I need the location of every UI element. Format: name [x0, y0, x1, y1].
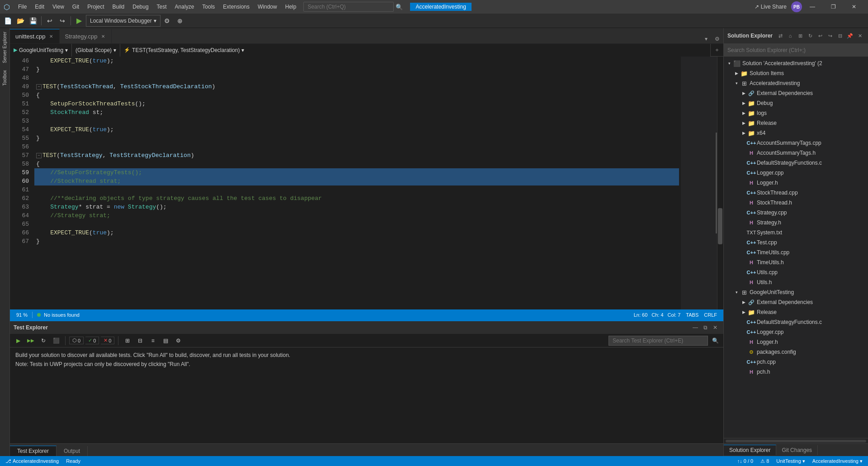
- tree-ext-deps-1[interactable]: ▶ 🔗 External Dependencies: [724, 88, 868, 98]
- tab-settings-btn[interactable]: ⚙: [712, 34, 722, 43]
- tree-release-folder-g[interactable]: ▶ 📁 Release: [724, 307, 868, 317]
- editor-scrollbar[interactable]: [717, 57, 723, 309]
- se-search-input[interactable]: [724, 44, 868, 57]
- encoding-indicator[interactable]: CRLF: [701, 312, 720, 318]
- tree-accounttags-cpp[interactable]: ▶ C++ AccountSummaryTags.cpp: [724, 138, 868, 148]
- se-home-btn[interactable]: ⌂: [786, 31, 795, 40]
- tab-unittest-close[interactable]: ✕: [48, 33, 54, 39]
- se-tab-solution-explorer[interactable]: Solution Explorer: [724, 445, 776, 455]
- project-title-btn[interactable]: AcceleratedInvesting: [410, 3, 471, 11]
- group-btn[interactable]: ⊟: [135, 335, 146, 346]
- run-all-btn[interactable]: ▶: [13, 335, 24, 346]
- tree-test-cpp[interactable]: ▶ C++ Test.cpp: [724, 238, 868, 247]
- tree-defstrat-g[interactable]: ▶ C++ DefaultStrategyFunctions.c: [724, 317, 868, 327]
- tree-accounttags-h[interactable]: ▶ H AccountSummaryTags.h: [724, 148, 868, 158]
- menu-debug[interactable]: Debug: [129, 3, 152, 11]
- status-project-name[interactable]: AcceleratedInvesting ▾: [809, 456, 866, 466]
- status-ready[interactable]: Ready: [62, 456, 84, 466]
- tree-pch-cpp[interactable]: ▶ C++ pch.cpp: [724, 357, 868, 367]
- maximize-button[interactable]: ❐: [823, 0, 844, 14]
- sort-btn[interactable]: ≡: [147, 335, 158, 346]
- live-share-button[interactable]: ↗ Live Share: [750, 3, 791, 11]
- tree-solution[interactable]: ▾ ⬛ Solution 'AcceleratedInvesting' (2: [724, 58, 868, 68]
- filter-btn[interactable]: ⊞: [122, 335, 133, 346]
- scope-dropdown-3[interactable]: ⚡ TEST(TestStrategy, TestStrategyDeclara…: [120, 44, 711, 57]
- tree-pch-h[interactable]: ▶ H pch.h: [724, 367, 868, 377]
- se-undo-btn[interactable]: ↩: [816, 31, 825, 40]
- se-pin-btn[interactable]: 📌: [845, 31, 854, 40]
- user-avatar[interactable]: PB: [791, 1, 802, 12]
- menu-view[interactable]: View: [49, 3, 68, 11]
- refresh-btn[interactable]: ↻: [38, 335, 49, 346]
- toolbox-label[interactable]: Toolbox: [1, 67, 8, 89]
- code-content[interactable]: EXPECT_TRUE(true); } − TEST(TestStockThr…: [33, 57, 681, 309]
- tree-utils-h[interactable]: ▶ H Utils.h: [724, 277, 868, 287]
- test-search-input[interactable]: [609, 336, 708, 346]
- se-redo-btn[interactable]: ↪: [826, 31, 835, 40]
- menu-window[interactable]: Window: [254, 3, 281, 11]
- server-explorer-label[interactable]: Server Explorer: [1, 28, 8, 67]
- collapse-57[interactable]: −: [36, 153, 42, 158]
- tab-list-btn[interactable]: ▾: [702, 34, 711, 43]
- collapse-49[interactable]: −: [36, 84, 42, 90]
- se-tab-git-changes[interactable]: Git Changes: [776, 445, 818, 455]
- tree-logger-h-g[interactable]: ▶ H Logger.h: [724, 337, 868, 347]
- menu-edit[interactable]: Edit: [31, 3, 48, 11]
- tree-ext-deps-2[interactable]: ▶ 🔗 External Dependencies: [724, 297, 868, 307]
- tree-utils-cpp[interactable]: ▶ C++ Utils.cpp: [724, 267, 868, 277]
- undo-btn[interactable]: ↩: [44, 15, 56, 27]
- tree-logger-cpp-g[interactable]: ▶ C++ Logger.cpp: [724, 327, 868, 337]
- minimize-button[interactable]: —: [802, 0, 823, 14]
- code-editor[interactable]: 46 47 48 49 50 51 52 53 54 55 56 57 58 5…: [10, 57, 723, 309]
- redo-btn[interactable]: ↪: [57, 15, 68, 27]
- stop-btn[interactable]: ⬛: [51, 335, 61, 346]
- tree-stockthread-cpp[interactable]: ▶ C++ StockThread.cpp: [724, 188, 868, 198]
- tree-solution-items[interactable]: ▶ 📁 Solution Items: [724, 68, 868, 78]
- tree-strategy-cpp[interactable]: ▶ C++ Strategy.cpp: [724, 208, 868, 218]
- tree-release-folder[interactable]: ▶ 📁 Release: [724, 118, 868, 128]
- tree-x64-folder[interactable]: ▶ 📁 x64: [724, 128, 868, 138]
- no-issues-status[interactable]: No issues found: [34, 312, 82, 318]
- menu-git[interactable]: Git: [69, 3, 83, 11]
- test-panel-minimize[interactable]: —: [691, 323, 700, 332]
- debug-settings-btn[interactable]: ⚙: [161, 15, 173, 27]
- menu-tools[interactable]: Tools: [198, 3, 218, 11]
- status-warnings[interactable]: ⚠ 8: [757, 456, 773, 466]
- scope-dropdown-1[interactable]: ▶ GoogleUnitTesting ▾: [10, 44, 72, 57]
- settings-btn[interactable]: ⚙: [173, 335, 184, 346]
- se-close-btn[interactable]: ✕: [855, 31, 864, 40]
- scope-dropdown-2[interactable]: (Global Scope) ▾: [72, 44, 120, 57]
- tree-logger-h[interactable]: ▶ H Logger.h: [724, 178, 868, 188]
- tab-unittest-cpp[interactable]: unittest.cpp ✕: [10, 29, 60, 43]
- tree-timeutils-cpp[interactable]: ▶ C++ TimeUtils.cpp: [724, 247, 868, 257]
- test-panel-float[interactable]: ⧉: [701, 323, 710, 332]
- save-btn[interactable]: 💾: [27, 15, 39, 27]
- playlist-btn[interactable]: ▤: [160, 335, 171, 346]
- menu-analyze[interactable]: Analyze: [171, 3, 198, 11]
- se-refresh-btn[interactable]: ↻: [806, 31, 815, 40]
- debug-attach-btn[interactable]: ⊕: [174, 15, 186, 27]
- tree-packages-config[interactable]: ▶ ⚙ packages.config: [724, 347, 868, 357]
- tree-defaultstrat-c[interactable]: ▶ C++ DefaultStrategyFunctions.c: [724, 158, 868, 168]
- se-filter-btn[interactable]: ⊞: [796, 31, 805, 40]
- debug-config-dropdown[interactable]: Local Windows Debugger ▾: [86, 15, 160, 27]
- tree-proj-gunit[interactable]: ▾ ⊞ GoogleUnitTesting: [724, 287, 868, 297]
- tree-logs-folder[interactable]: ▶ 📁 logs: [724, 108, 868, 118]
- tree-proj-accel[interactable]: ▾ ⊞ AcceleratedInvesting: [724, 78, 868, 88]
- zoom-level[interactable]: 91 %: [14, 312, 30, 318]
- se-collapse-btn[interactable]: ⊟: [835, 31, 844, 40]
- close-button[interactable]: ✕: [844, 0, 864, 14]
- tree-stockthread-h[interactable]: ▶ H StockThread.h: [724, 198, 868, 208]
- se-sync-btn[interactable]: ⇄: [776, 31, 785, 40]
- menu-build[interactable]: Build: [109, 3, 128, 11]
- panel-tab-output[interactable]: Output: [57, 446, 88, 456]
- scrollbar-thumb[interactable]: [718, 208, 722, 244]
- status-branch[interactable]: ⎇ AcceleratedInvesting: [2, 456, 62, 466]
- menu-file[interactable]: File: [14, 3, 30, 11]
- tree-strategy-h[interactable]: ▶ H Strategy.h: [724, 218, 868, 228]
- global-search-input[interactable]: [303, 2, 394, 12]
- tab-strategy-close[interactable]: ✕: [100, 33, 106, 39]
- test-panel-close[interactable]: ✕: [711, 323, 720, 332]
- tree-debug-folder[interactable]: ▶ 📁 Debug: [724, 98, 868, 108]
- run-btn[interactable]: ▶▶: [25, 335, 36, 346]
